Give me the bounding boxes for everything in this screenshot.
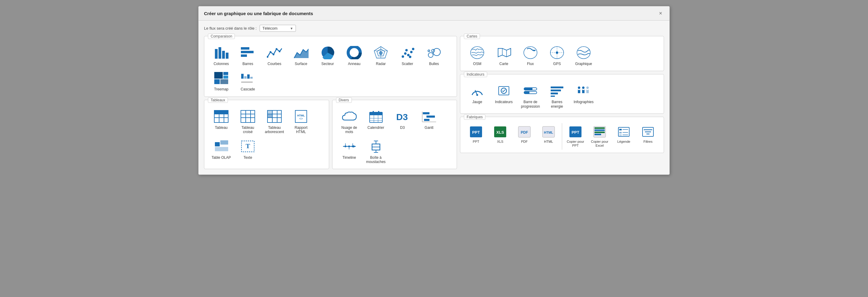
svg-point-32 [428, 50, 430, 52]
chart-timeline[interactable]: Timeline [336, 136, 363, 166]
d3-icon: D3 [395, 109, 410, 124]
indicateurs-icon [496, 84, 512, 98]
chart-barres[interactable]: Barres [235, 42, 261, 68]
fabriques-right-group: PPT Copier pour PPT [563, 123, 660, 149]
chart-tableau-arborescent[interactable]: Tableau arborescent [261, 106, 288, 136]
tableau-arborescent-label: Tableau arborescent [263, 125, 286, 134]
svg-rect-135 [594, 127, 605, 129]
cascade-label: Cascade [241, 87, 255, 91]
gps-icon [549, 46, 565, 60]
svg-rect-72 [370, 112, 382, 115]
svg-rect-50 [224, 110, 228, 114]
courbes-icon [267, 46, 282, 60]
chart-gps[interactable]: GPS [544, 42, 570, 68]
graphique-label: Graphique [575, 62, 592, 66]
jauge-label: Jauge [472, 100, 483, 104]
chart-gantt[interactable]: Gantt [416, 106, 442, 136]
chart-d3[interactable]: D3 D3 [389, 106, 416, 136]
chart-anneau[interactable]: Anneau [341, 42, 368, 68]
svg-rect-49 [219, 110, 224, 114]
chart-radar[interactable]: Radar [368, 42, 394, 68]
copier-ppt-label: Copier pour PPT [564, 140, 586, 148]
tableau-croise-icon [240, 109, 256, 124]
chart-infographies[interactable]: Infographies [570, 81, 597, 110]
infographies-label: Infographies [574, 100, 594, 104]
nuage-mots-icon [342, 109, 357, 124]
chart-calendrier[interactable]: Calendrier [363, 106, 389, 136]
radar-icon [373, 46, 389, 60]
osm-label: OSM [473, 62, 481, 66]
calendrier-label: Calendrier [368, 125, 384, 130]
svg-text:PPT: PPT [571, 130, 579, 135]
svg-point-23 [404, 52, 406, 55]
chart-barre-progression[interactable]: Barre de progression [517, 81, 544, 110]
xls-label: XLS [497, 140, 503, 144]
section-comparaison: Comparaison [204, 36, 457, 97]
chart-scatter[interactable]: Scatter [394, 42, 421, 68]
role-select-text: Télécom [262, 26, 288, 31]
chart-barres-energie[interactable]: Barres energie [544, 81, 570, 110]
tableau-arborescent-icon [267, 109, 282, 124]
tableau-icon [213, 109, 229, 124]
chart-cascade[interactable]: Cascade [235, 68, 261, 93]
chart-texte[interactable]: T Texte [235, 136, 261, 161]
chart-boite-moustaches[interactable]: Boîte à moustaches [363, 136, 389, 166]
chart-colonnes[interactable]: Colonnes [208, 42, 235, 68]
chart-rapport-html[interactable]: HTML <> Rapport HTML [288, 106, 314, 136]
chart-indicateurs[interactable]: Indicateurs [491, 81, 517, 110]
svg-point-10 [276, 48, 277, 50]
fab-legende[interactable]: Légende [612, 123, 636, 149]
chart-secteur[interactable]: Secteur [314, 42, 341, 68]
chart-osm[interactable]: OSM [464, 42, 491, 68]
svg-rect-117 [551, 87, 563, 88]
chart-tableau-croise[interactable]: Tableau croisé [235, 106, 261, 136]
fab-pdf[interactable]: PDF PDF [512, 123, 536, 149]
chart-tableau[interactable]: Tableau [208, 106, 235, 136]
fab-xls[interactable]: XLS XLS [488, 123, 512, 149]
ppt-label: PPT [473, 140, 479, 144]
bulles-label: Bulles [429, 62, 439, 66]
close-button[interactable]: × [657, 10, 664, 17]
graphique-map-icon [576, 46, 591, 60]
svg-rect-138 [594, 134, 601, 135]
cascade-icon [240, 71, 256, 85]
d3-label: D3 [400, 125, 405, 130]
fab-copier-excel[interactable]: Copier pour Excel [588, 123, 612, 149]
chart-nuage-mots[interactable]: Nuage de mots [336, 106, 363, 136]
chart-courbes[interactable]: Courbes [261, 42, 288, 68]
chart-treemap[interactable]: Treemap [208, 68, 235, 93]
svg-rect-0 [215, 49, 218, 59]
fab-html[interactable]: HTML HTML [536, 123, 561, 149]
flux-icon [523, 46, 538, 60]
chart-graphique[interactable]: Graphique [570, 42, 597, 68]
legende-icon [617, 125, 630, 138]
left-col: Comparaison [204, 36, 457, 169]
xls-icon: XLS [494, 125, 507, 138]
svg-rect-116 [524, 91, 529, 94]
chart-carte[interactable]: Carte [491, 42, 517, 68]
section-divers: Divers Nuag [332, 100, 457, 169]
html-fab-icon: HTML [542, 125, 555, 138]
chart-table-olap[interactable]: Table OLAP [208, 136, 235, 161]
chart-surface[interactable]: Surface [288, 42, 314, 68]
svg-text:PPT: PPT [472, 130, 479, 135]
boite-moustaches-label: Boîte à moustaches [365, 155, 388, 164]
chart-jauge[interactable]: Jauge [464, 81, 491, 110]
chart-bulles[interactable]: Bulles [421, 42, 447, 68]
html-fab-label: HTML [544, 140, 553, 144]
fab-copier-ppt[interactable]: PPT Copier pour PPT [563, 123, 588, 149]
svg-rect-66 [215, 142, 220, 146]
chart-flux[interactable]: Flux [517, 42, 544, 68]
fab-ppt[interactable]: PPT PPT [464, 123, 488, 149]
svg-point-26 [410, 51, 412, 53]
svg-rect-35 [223, 76, 228, 79]
svg-point-121 [578, 87, 580, 89]
modal-body: Le flux sera créé dans le rôle : Télécom… [198, 21, 670, 175]
tableau-croise-label: Tableau croisé [236, 125, 259, 134]
scatter-label: Scatter [402, 62, 413, 66]
svg-text:PDF: PDF [521, 130, 528, 135]
rapport-html-icon: HTML <> [293, 109, 309, 124]
fab-filtres[interactable]: Filtres [636, 123, 660, 149]
role-select[interactable]: Télécom ▼ [259, 25, 296, 32]
copier-ppt-icon: PPT [569, 125, 582, 138]
